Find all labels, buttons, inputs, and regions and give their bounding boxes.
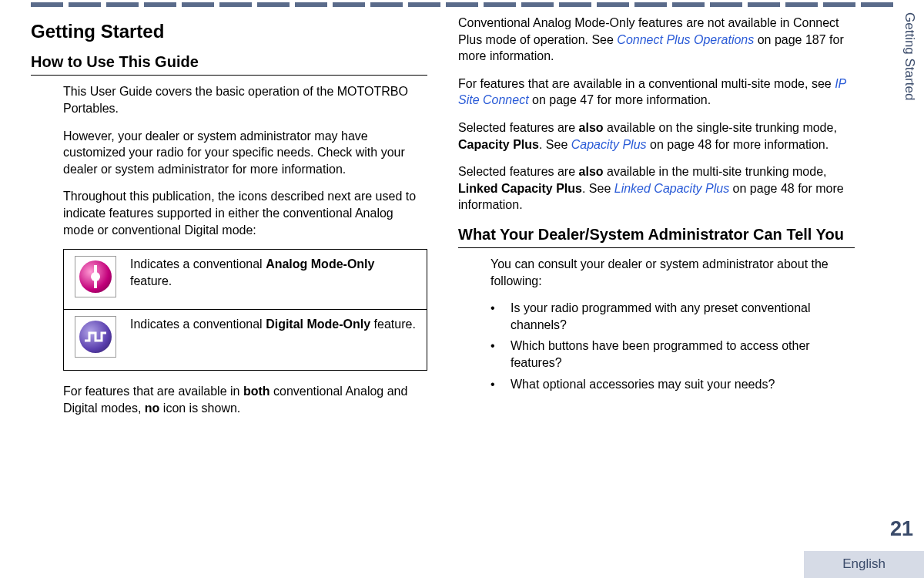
- body-text: For features that are available in both …: [63, 383, 427, 416]
- body-text: Selected features are also available in …: [458, 163, 855, 213]
- section-title: How to Use This Guide: [31, 52, 427, 76]
- list-item: •What optional accessories may suit your…: [490, 376, 855, 393]
- body-text: Throughout this publication, the icons d…: [63, 188, 427, 238]
- body-text: For features that are available in a con…: [458, 76, 855, 109]
- analog-mode-icon: [75, 256, 116, 297]
- digital-mode-icon: [75, 316, 116, 358]
- link-capacity-plus[interactable]: Capacity Plus: [571, 138, 647, 151]
- body-text: You can consult your dealer or system ad…: [490, 256, 855, 289]
- language-label: English: [804, 551, 924, 578]
- section-title: What Your Dealer/System Administrator Ca…: [458, 224, 855, 248]
- body-text: However, your dealer or system administr…: [63, 128, 427, 178]
- table-row: Indicates a conventional Digital Mode-On…: [64, 310, 427, 370]
- body-text: Selected features are also available on …: [458, 119, 855, 153]
- table-row: Indicates a conventional Analog Mode-Onl…: [64, 250, 427, 310]
- body-text: This User Guide covers the basic operati…: [63, 83, 427, 116]
- bullet-list: •Is your radio programmed with any prese…: [490, 300, 855, 392]
- list-item: •Is your radio programmed with any prese…: [490, 300, 855, 333]
- page-number: 21: [890, 515, 913, 543]
- right-column: Conventional Analog Mode-Only features a…: [458, 15, 855, 427]
- side-tab: Getting Started: [900, 12, 918, 100]
- body-text: Conventional Analog Mode-Only features a…: [458, 15, 855, 65]
- list-item: •Which buttons have been programmed to a…: [490, 338, 855, 371]
- link-linked-capacity-plus[interactable]: Linked Capacity Plus: [614, 182, 729, 195]
- mode-description: Indicates a conventional Analog Mode-Onl…: [127, 250, 427, 309]
- mode-icons-table: Indicates a conventional Analog Mode-Onl…: [63, 249, 427, 371]
- chapter-title: Getting Started: [31, 19, 427, 44]
- mode-description: Indicates a conventional Digital Mode-On…: [127, 310, 427, 370]
- header-dashes: [0, 0, 924, 7]
- left-column: Getting Started How to Use This Guide Th…: [31, 15, 427, 427]
- link-connect-plus[interactable]: Connect Plus Operations: [617, 33, 754, 46]
